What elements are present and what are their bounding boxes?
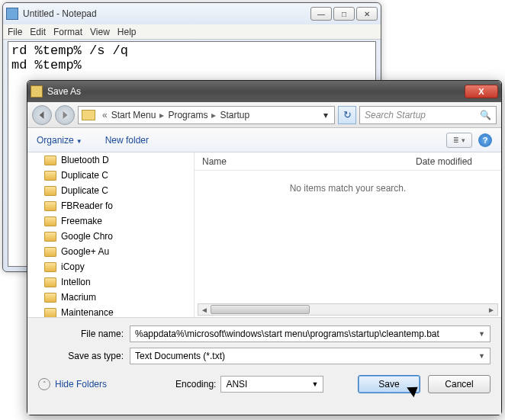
- search-placeholder: Search Startup: [365, 110, 426, 120]
- address-bar[interactable]: « Start Menu ▸ Programs ▸ Startup ▾: [78, 106, 335, 124]
- list-header[interactable]: Name Date modified: [195, 152, 501, 171]
- folder-icon: [44, 277, 56, 287]
- close-button[interactable]: ✕: [356, 7, 378, 21]
- folder-icon: [82, 110, 95, 120]
- crumb-2[interactable]: Programs: [166, 110, 209, 120]
- tree-item[interactable]: Macrium: [27, 290, 194, 305]
- notepad-title: Untitled - Notepad: [23, 8, 310, 19]
- folder-icon: [44, 232, 56, 242]
- maximize-button[interactable]: □: [333, 7, 355, 21]
- folder-icon: [44, 186, 56, 196]
- filename-label: File name:: [38, 329, 130, 339]
- search-input[interactable]: Search Startup 🔍: [359, 106, 497, 124]
- tree-item[interactable]: Duplicate C: [27, 168, 194, 183]
- nav-back-button[interactable]: [32, 105, 52, 125]
- menu-view[interactable]: View: [90, 27, 110, 37]
- new-folder-button[interactable]: New folder: [105, 135, 149, 146]
- search-icon: 🔍: [480, 110, 491, 120]
- folder-icon: [44, 247, 56, 257]
- saveas-icon: [31, 85, 43, 98]
- bottom-panel: File name: %appdata%\microsoft\windows\s…: [27, 317, 501, 415]
- crumb-1[interactable]: Start Menu: [110, 110, 158, 120]
- view-button[interactable]: ≣ ▾: [446, 133, 472, 148]
- encoding-select[interactable]: ANSI▼: [220, 376, 323, 393]
- hide-folders-button[interactable]: ˄ Hide Folders: [38, 378, 107, 390]
- notepad-icon: [6, 8, 18, 20]
- folder-icon: [44, 308, 56, 318]
- tree-item[interactable]: Google+ Au: [27, 244, 194, 259]
- tree-item[interactable]: Intellon: [27, 274, 194, 290]
- address-dropdown[interactable]: ▾: [320, 110, 331, 120]
- scroll-thumb[interactable]: [211, 305, 310, 314]
- nav-forward-button[interactable]: [55, 105, 75, 125]
- nav-bar: « Start Menu ▸ Programs ▸ Startup ▾ ↻ Se…: [27, 102, 501, 128]
- organize-button[interactable]: Organize▼: [37, 135, 82, 146]
- minimize-button[interactable]: —: [310, 7, 332, 21]
- save-as-dialog: Save As X « Start Menu ▸ Programs ▸ Star…: [27, 80, 502, 415]
- cancel-button[interactable]: Cancel: [428, 375, 491, 393]
- savetype-label: Save as type:: [38, 351, 130, 361]
- chevron-up-icon: ˄: [38, 378, 50, 390]
- saveas-title: Save As: [47, 86, 465, 97]
- notepad-titlebar[interactable]: Untitled - Notepad — □ ✕: [3, 3, 381, 24]
- encoding-label: Encoding:: [175, 379, 216, 390]
- menu-file[interactable]: File: [8, 27, 22, 37]
- folder-tree[interactable]: Bluetooth D Duplicate C Duplicate C FBRe…: [27, 152, 194, 317]
- folder-icon: [44, 155, 56, 165]
- filename-input[interactable]: %appdata%\microsoft\windows\start menu\p…: [130, 325, 491, 342]
- file-list[interactable]: Name Date modified No items match your s…: [194, 152, 501, 317]
- folder-icon: [44, 201, 56, 211]
- folder-icon: [44, 262, 56, 272]
- help-button[interactable]: ?: [478, 133, 492, 147]
- tree-item[interactable]: Bluetooth D: [27, 152, 194, 168]
- folder-icon: [44, 293, 56, 303]
- savetype-select[interactable]: Text Documents (*.txt)▼: [130, 348, 491, 364]
- notepad-menubar: File Edit Format View Help: [3, 24, 381, 40]
- folder-icon: [44, 171, 56, 181]
- saveas-close-button[interactable]: X: [465, 85, 498, 98]
- tree-item[interactable]: iCopy: [27, 259, 194, 274]
- tree-item[interactable]: Freemake: [27, 213, 194, 229]
- scroll-right-icon[interactable]: ►: [485, 306, 497, 314]
- tree-item[interactable]: Maintenance: [27, 305, 194, 317]
- menu-help[interactable]: Help: [117, 27, 137, 37]
- toolbar: Organize▼ New folder ≣ ▾ ?: [27, 128, 501, 152]
- refresh-button[interactable]: ↻: [338, 106, 356, 124]
- tree-item[interactable]: Duplicate C: [27, 183, 194, 198]
- tree-item[interactable]: Google Chro: [27, 229, 194, 244]
- scroll-left-icon[interactable]: ◄: [198, 306, 211, 314]
- menu-format[interactable]: Format: [53, 27, 82, 37]
- empty-message: No items match your search.: [195, 183, 501, 194]
- col-name[interactable]: Name: [195, 156, 408, 167]
- save-button[interactable]: Save: [358, 375, 420, 393]
- saveas-titlebar[interactable]: Save As X: [27, 81, 501, 102]
- horizontal-scrollbar[interactable]: ◄ ►: [198, 303, 498, 316]
- col-date[interactable]: Date modified: [408, 156, 480, 167]
- folder-icon: [44, 216, 56, 226]
- crumb-3[interactable]: Startup: [218, 110, 251, 120]
- tree-item[interactable]: FBReader fo: [27, 198, 194, 213]
- menu-edit[interactable]: Edit: [30, 27, 46, 37]
